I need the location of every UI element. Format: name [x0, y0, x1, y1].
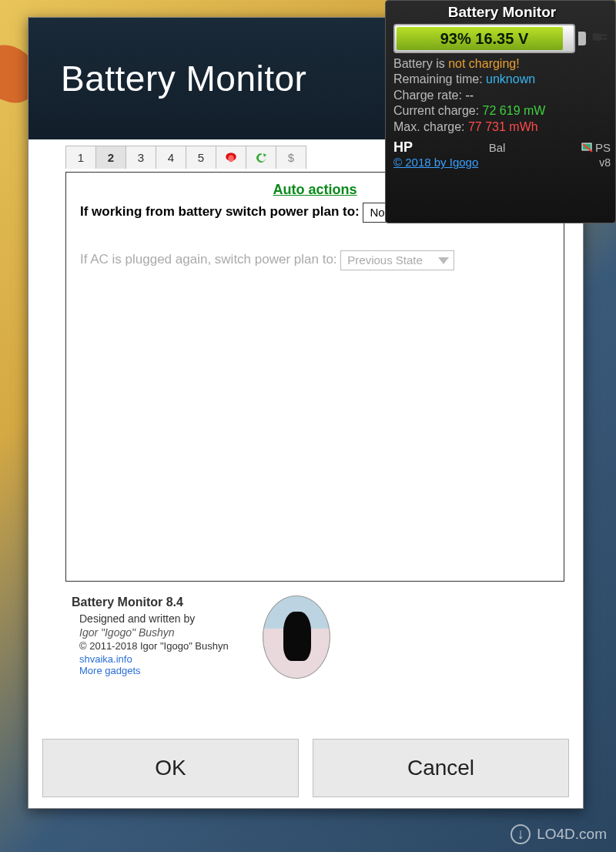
plug-icon [589, 26, 611, 51]
about-author: Igor "Igogo" Bushyn [79, 626, 229, 639]
current-label: Current charge: [393, 104, 483, 117]
tab-4[interactable]: 4 [156, 146, 186, 169]
widget-version: v8 [599, 156, 611, 169]
about-link-site[interactable]: shvaika.info [79, 653, 229, 665]
battery-voltage: 16.35 V [475, 30, 528, 47]
tab-1[interactable]: 1 [65, 146, 96, 169]
settings-panel: Auto actions If working from battery swi… [65, 172, 564, 582]
svg-rect-4 [601, 38, 607, 39]
current-value: 72 619 mW [483, 104, 546, 117]
about-copyright: © 2011-2018 Igor "Igogo" Bushyn [79, 640, 229, 652]
remaining-label: Remaining time: [393, 72, 486, 86]
ac-plan-row: If AC is plugged again, switch power pla… [80, 250, 550, 270]
status-line: Battery is not charging! [393, 56, 611, 72]
max-label: Max. charge: [393, 120, 468, 133]
chevron-down-icon [438, 257, 449, 264]
current-line: Current charge: 72 619 mW [393, 103, 611, 119]
svg-rect-2 [593, 33, 602, 40]
widget-plan: Bal [489, 141, 506, 154]
widget-bottom: © 2018 by Igogo v8 [393, 156, 611, 169]
about-block: Battery Monitor 8.4 Designed and written… [72, 595, 569, 679]
battery-reading: 93% 16.35 V [440, 30, 529, 48]
site-watermark: ↓ LO4D.com [511, 824, 607, 844]
tab-tongue-icon[interactable] [216, 146, 246, 169]
widget-title: Battery Monitor [393, 4, 611, 21]
tab-3[interactable]: 3 [126, 146, 156, 169]
about-link-gadgets[interactable]: More gadgets [79, 665, 229, 676]
ac-plan-label: If AC is plugged again, switch power pla… [80, 252, 337, 267]
rate-label: Charge rate: [393, 89, 465, 102]
monitor-icon [581, 142, 594, 154]
author-photo [263, 595, 330, 679]
widget-ps: PS [581, 141, 611, 154]
about-text: Battery Monitor 8.4 Designed and written… [72, 595, 229, 679]
battery-plan-label: If working from battery switch power pla… [80, 204, 360, 219]
tab-5[interactable]: 5 [186, 146, 216, 169]
about-designed: Designed and written by [79, 612, 229, 625]
battery-percent: 93% [440, 30, 471, 47]
max-value: 77 731 mWh [468, 120, 538, 133]
cancel-button[interactable]: Cancel [313, 739, 569, 797]
ac-plan-select: Previous State [340, 250, 454, 270]
dialog-actions: OK Cancel [42, 739, 569, 797]
watermark-badge-icon: ↓ [511, 824, 531, 844]
widget-brand: HP [393, 139, 413, 156]
tab-reset-icon[interactable] [246, 146, 276, 169]
dialog-title: Battery Monitor [61, 58, 306, 99]
status-label: Battery is [393, 57, 448, 70]
widget-footer: HP Bal PS [393, 139, 611, 156]
ok-button[interactable]: OK [42, 739, 299, 797]
cat-icon [283, 612, 311, 661]
status-value: not charging! [448, 57, 520, 70]
rate-line: Charge rate: -- [393, 88, 611, 103]
tab-2[interactable]: 2 [95, 146, 126, 169]
battery-widget[interactable]: Battery Monitor 93% 16.35 V Battery is n… [385, 0, 616, 223]
battery-gauge: 93% 16.35 V [393, 24, 611, 53]
max-line: Max. charge: 77 731 mWh [393, 119, 611, 135]
dialog-body: 1 2 3 4 5 $ Auto actions If working from… [28, 139, 583, 808]
remaining-value: unknown [486, 72, 535, 86]
widget-ps-label: PS [595, 141, 611, 154]
battery-body: 93% 16.35 V [393, 24, 575, 53]
ac-plan-value: Previous State [347, 253, 423, 268]
svg-rect-3 [601, 35, 607, 36]
svg-point-1 [228, 155, 234, 162]
remaining-line: Remaining time: unknown [393, 72, 611, 87]
tab-dollar-icon[interactable]: $ [276, 146, 306, 169]
battery-cap [578, 32, 586, 45]
about-product: Battery Monitor 8.4 [72, 595, 229, 609]
rate-value: -- [465, 89, 474, 102]
watermark-text: LO4D.com [537, 826, 607, 843]
widget-credit-link[interactable]: © 2018 by Igogo [393, 156, 478, 169]
